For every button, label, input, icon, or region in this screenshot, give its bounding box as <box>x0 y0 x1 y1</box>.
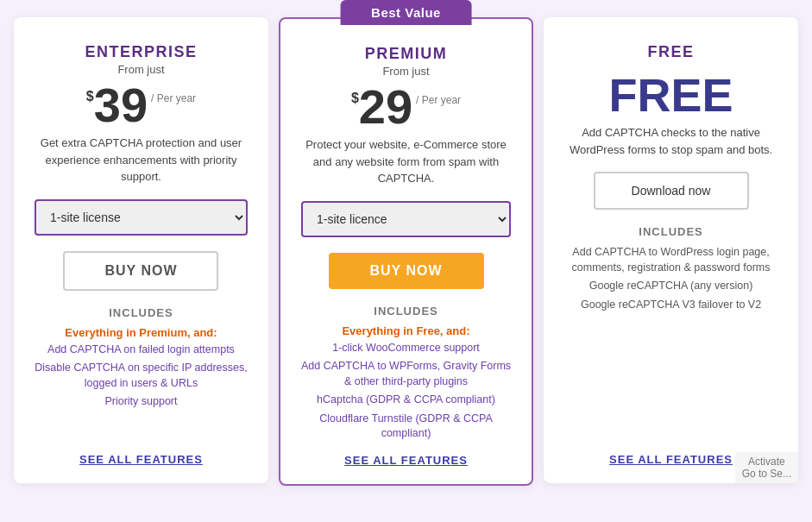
enterprise-card: ENTERPRISE From just $ 39 / Per year Get… <box>14 17 268 483</box>
enterprise-license-select[interactable]: 1-site license 2-site license 5-site lic… <box>35 199 248 236</box>
premium-buy-button[interactable]: BUY NOW <box>329 253 484 289</box>
enterprise-includes-label: INCLUDES <box>109 306 173 319</box>
premium-plan-name: PREMIUM <box>365 45 448 63</box>
free-feature-1: Add CAPTCHA to WordPress login page, com… <box>564 245 777 275</box>
premium-feature-2: Add CAPTCHA to WPForms, Gravity Forms & … <box>301 359 511 389</box>
enterprise-feature-3: Priority support <box>104 394 177 410</box>
premium-card: Best Value PREMIUM From just $ 29 / Per … <box>279 17 533 486</box>
free-card: FREE FREE Add CAPTCHA checks to the nati… <box>544 17 798 483</box>
premium-price-row: $ 29 / Per year <box>351 83 461 131</box>
free-see-all[interactable]: SEE ALL FEATURES <box>609 444 733 466</box>
free-plan-name: FREE <box>648 43 695 61</box>
best-value-badge: Best Value <box>340 0 472 25</box>
enterprise-amount: 39 <box>94 81 148 129</box>
pricing-container: ENTERPRISE From just $ 39 / Per year Get… <box>0 0 812 494</box>
enterprise-dollar: $ <box>86 90 94 104</box>
free-feature-2: Google reCAPTCHA (any version) <box>589 279 753 294</box>
free-includes-label: INCLUDES <box>639 225 702 238</box>
premium-see-all[interactable]: SEE ALL FEATURES <box>344 445 468 467</box>
premium-dollar: $ <box>351 91 359 105</box>
premium-includes-label: INCLUDES <box>374 305 437 318</box>
premium-feature-1: 1-click WooCommerce support <box>332 341 480 356</box>
enterprise-feature-1: Add CAPTCHA on failed login attempts <box>47 343 235 358</box>
premium-feature-3: hCaptcha (GDPR & CCPA compliant) <box>317 393 495 408</box>
enterprise-period: / Per year <box>151 93 196 104</box>
enterprise-feature-2: Disable CAPTCHA on specific IP addresses… <box>35 361 248 391</box>
premium-period: / Per year <box>416 95 461 105</box>
enterprise-from-just: From just <box>117 63 164 76</box>
premium-from-just: From just <box>382 65 429 78</box>
enterprise-plan-name: ENTERPRISE <box>85 43 197 61</box>
activate-overlay: ActivateGo to Se... <box>735 452 798 483</box>
premium-license-select[interactable]: 1-site licence 2-site licence 5-site lic… <box>301 201 511 237</box>
enterprise-includes-highlight: Everything in Premium, and: <box>65 326 217 339</box>
enterprise-price-row: $ 39 / Per year <box>86 81 196 129</box>
enterprise-description: Get extra CAPTCHA protection and user ex… <box>35 135 248 186</box>
premium-amount: 29 <box>359 83 412 131</box>
free-feature-3: Google reCAPTCHA V3 failover to V2 <box>581 298 761 313</box>
free-description: Add CAPTCHA checks to the native WordPre… <box>564 124 777 158</box>
premium-includes-highlight: Everything in Free, and: <box>342 324 469 337</box>
premium-description: Protect your website, e-Commerce store a… <box>301 136 511 187</box>
premium-feature-4: Cloudflare Turnstile (GDPR & CCPA compli… <box>301 412 511 442</box>
enterprise-see-all[interactable]: SEE ALL FEATURES <box>79 444 203 466</box>
free-download-button[interactable]: Download now <box>594 172 749 210</box>
enterprise-buy-button[interactable]: BUY NOW <box>63 251 218 291</box>
free-price-label: FREE <box>609 70 733 121</box>
